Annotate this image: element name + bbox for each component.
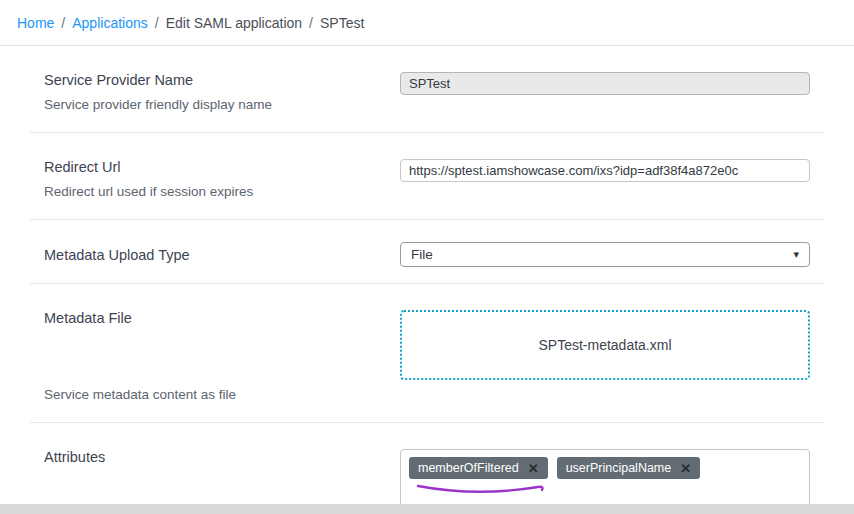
metadata-upload-type-select[interactable]: File ▾ bbox=[400, 242, 810, 267]
redirect-url-input[interactable] bbox=[400, 159, 810, 182]
page-bottom-edge bbox=[0, 504, 854, 514]
redirect-url-label: Redirect Url bbox=[44, 159, 400, 175]
form-row-metadata-file: Metadata File Service metadata content a… bbox=[30, 284, 824, 423]
attributes-chips-box[interactable]: memberOfFiltered ✕ userPrincipalName ✕ bbox=[400, 449, 810, 507]
redirect-url-sublabel: Redirect url used if session expires bbox=[44, 184, 400, 199]
remove-attribute-icon[interactable]: ✕ bbox=[528, 462, 539, 475]
metadata-file-sublabel: Service metadata content as file bbox=[44, 387, 400, 402]
form-row-redirect-url: Redirect Url Redirect url used if sessio… bbox=[30, 133, 824, 220]
metadata-file-dropzone[interactable]: SPTest-metadata.xml bbox=[400, 310, 810, 380]
breadcrumb-sptest: SPTest bbox=[320, 15, 364, 31]
attribute-chip: userPrincipalName ✕ bbox=[557, 457, 701, 479]
metadata-file-label: Metadata File bbox=[44, 310, 400, 326]
service-provider-name-label: Service Provider Name bbox=[44, 72, 400, 88]
attributes-label: Attributes bbox=[44, 449, 400, 465]
breadcrumb-separator: / bbox=[155, 15, 159, 31]
attribute-chip-label: userPrincipalName bbox=[566, 461, 672, 475]
metadata-file-filename: SPTest-metadata.xml bbox=[538, 337, 671, 353]
breadcrumb: Home / Applications / Edit SAML applicat… bbox=[0, 0, 854, 46]
edit-saml-application-form: Service Provider Name Service provider f… bbox=[0, 46, 854, 514]
breadcrumb-separator: / bbox=[61, 15, 65, 31]
metadata-upload-type-label: Metadata Upload Type bbox=[44, 247, 400, 263]
service-provider-name-input[interactable] bbox=[400, 72, 810, 95]
breadcrumb-applications[interactable]: Applications bbox=[72, 15, 148, 31]
breadcrumb-separator: / bbox=[309, 15, 313, 31]
form-row-attributes: Attributes Attributes memberOfFiltered ✕… bbox=[30, 423, 824, 514]
form-row-service-provider-name: Service Provider Name Service provider f… bbox=[30, 46, 824, 133]
attribute-chip: memberOfFiltered ✕ bbox=[409, 457, 548, 479]
attribute-chip-label: memberOfFiltered bbox=[418, 461, 519, 475]
chevron-down-icon: ▾ bbox=[793, 248, 799, 261]
form-row-metadata-upload-type: Metadata Upload Type File ▾ bbox=[30, 220, 824, 284]
service-provider-name-sublabel: Service provider friendly display name bbox=[44, 97, 400, 112]
breadcrumb-home[interactable]: Home bbox=[17, 15, 54, 31]
remove-attribute-icon[interactable]: ✕ bbox=[680, 462, 691, 475]
breadcrumb-edit-saml-application: Edit SAML application bbox=[166, 15, 302, 31]
metadata-upload-type-selected-value: File bbox=[411, 247, 433, 262]
